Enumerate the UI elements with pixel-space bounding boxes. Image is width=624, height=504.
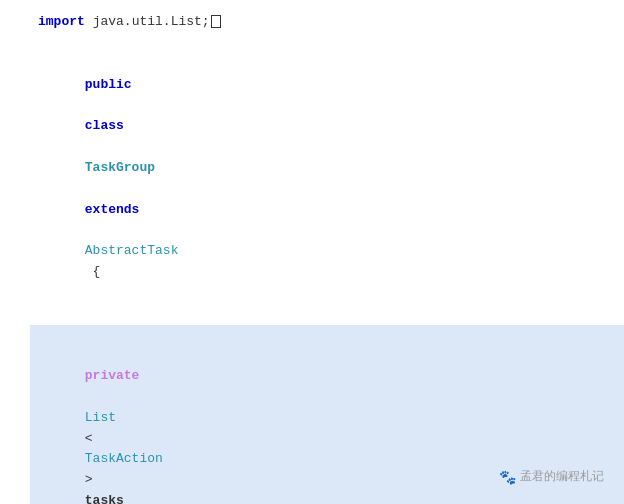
code-line [30,304,624,325]
code-line [30,33,624,54]
watermark: 🐾 孟君的编程札记 [499,466,604,488]
watermark-text: 孟君的编程札记 [520,467,604,486]
code-line: import java.util.List; [30,12,624,33]
code-container: import java.util.List; public class Task… [0,0,624,504]
watermark-icon: 🐾 [499,466,516,488]
code-line: public class TaskGroup extends AbstractT… [30,54,624,304]
